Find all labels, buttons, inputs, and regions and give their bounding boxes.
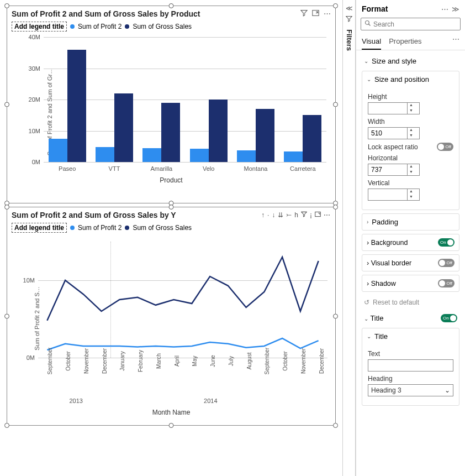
search-input[interactable] <box>373 20 457 28</box>
title-text-input[interactable] <box>368 359 453 372</box>
card-background[interactable]: › Background On <box>362 234 459 251</box>
card-header[interactable]: ⌄Title <box>362 328 459 344</box>
drill-up-icon[interactable]: ↑ <box>261 211 265 219</box>
report-canvas[interactable]: Sum of Profit 2 and Sum of Gross Sales b… <box>0 0 342 476</box>
y-tick: 10M <box>18 277 35 284</box>
resize-handle[interactable] <box>169 423 174 428</box>
x-tick: July <box>228 356 234 366</box>
drill-mode-icon[interactable]: h <box>294 211 299 219</box>
x-tick: April <box>174 355 180 367</box>
resize-handle[interactable] <box>4 423 9 428</box>
legend-label: Sum of Profit 2 <box>78 224 121 232</box>
spin-down-icon[interactable]: ▼ <box>408 195 415 200</box>
x-tick: November <box>83 348 89 374</box>
spin-up-icon[interactable]: ▲ <box>408 164 415 170</box>
section-title[interactable]: ⌄ Title On <box>358 310 463 325</box>
more-options-icon[interactable]: ⋯ <box>323 211 331 219</box>
expand-pane-icon[interactable]: ≫ <box>452 5 459 13</box>
filter-icon[interactable] <box>300 9 308 18</box>
bar-chart-visual[interactable]: Sum of Profit 2 and Sum of Gross Sales b… <box>7 6 336 203</box>
format-search[interactable] <box>361 18 461 30</box>
spin-up-icon[interactable]: ▲ <box>408 128 415 133</box>
spin-down-icon[interactable]: ▼ <box>408 108 415 114</box>
chevron-down-icon: ⌄ <box>364 58 368 64</box>
visual-border-toggle[interactable]: Off <box>438 259 455 267</box>
focus-mode-icon[interactable] <box>314 211 321 219</box>
more-options-icon[interactable]: ⋯ <box>324 9 331 18</box>
card-shadow[interactable]: › Shadow Off <box>362 275 459 292</box>
section-size-style[interactable]: ⌄Size and style <box>358 53 463 67</box>
expand-all-icon[interactable]: ⤚ <box>286 211 292 219</box>
chevron-down-icon: ⌄ <box>367 333 371 339</box>
bar[interactable] <box>49 139 67 162</box>
spin-up-icon[interactable]: ▲ <box>408 103 415 108</box>
resize-handle[interactable] <box>333 314 338 319</box>
more-options-icon[interactable]: ⋯ <box>452 35 459 50</box>
resize-handle[interactable] <box>169 3 174 8</box>
legend-swatch <box>70 24 75 29</box>
title-section-toggle[interactable]: On <box>441 314 457 322</box>
filters-pane-collapsed[interactable]: ≪ Filters <box>342 0 356 476</box>
bar[interactable] <box>114 93 133 162</box>
reset-to-default[interactable]: ↺Reset to default <box>358 295 463 310</box>
y-tick: 40M <box>22 34 40 40</box>
legend-label: Sum of Gross Sales <box>133 23 192 30</box>
bar[interactable] <box>96 147 114 162</box>
y-tick: 0M <box>18 354 35 361</box>
filter-icon[interactable] <box>300 211 308 219</box>
resize-handle[interactable] <box>333 423 338 428</box>
bar[interactable] <box>190 149 209 162</box>
resize-handle[interactable] <box>4 102 9 107</box>
lock-aspect-toggle[interactable]: Off <box>437 143 453 151</box>
resize-handle[interactable] <box>169 205 174 210</box>
resize-handle[interactable] <box>4 3 9 8</box>
resize-handle[interactable] <box>333 3 338 8</box>
legend-title-input[interactable]: Add legend title <box>12 22 67 32</box>
spin-down-icon[interactable]: ▼ <box>408 170 415 175</box>
bar[interactable] <box>142 148 161 162</box>
bar[interactable] <box>284 151 303 162</box>
tab-visual[interactable]: Visual <box>362 35 381 50</box>
drill-down-icon[interactable]: ↓ <box>271 211 276 219</box>
filter-pane-icon[interactable] <box>346 15 352 24</box>
y-tick: 20M <box>22 96 40 103</box>
spin-up-icon[interactable]: ▲ <box>408 189 415 195</box>
vertical-input[interactable]: ▲▼ <box>368 189 420 201</box>
chevron-right-icon: › <box>367 280 369 287</box>
resize-handle[interactable] <box>333 102 338 107</box>
collapse-left-icon[interactable]: ≪ <box>346 4 353 12</box>
background-toggle[interactable]: On <box>438 238 455 247</box>
heading-select[interactable]: Heading 3⌄ <box>368 384 453 396</box>
shadow-toggle[interactable]: Off <box>438 279 455 287</box>
line-series[interactable] <box>47 257 318 321</box>
pin-icon[interactable]: ¡ <box>309 211 313 219</box>
spin-down-icon[interactable]: ▼ <box>408 133 415 139</box>
height-input[interactable]: ▲▼ <box>368 102 420 114</box>
bar[interactable] <box>256 109 274 162</box>
resize-handle[interactable] <box>4 314 9 319</box>
hierarchy-icon[interactable]: ⇊ <box>277 211 284 219</box>
resize-handle[interactable] <box>333 205 338 210</box>
card-header[interactable]: ⌄Size and position <box>362 71 459 87</box>
bar[interactable] <box>161 103 180 162</box>
x-tick: May <box>192 356 198 367</box>
chevron-right-icon: › <box>367 259 369 267</box>
resize-handle[interactable] <box>4 205 9 210</box>
width-input[interactable]: ▲▼ <box>368 127 420 139</box>
x-tick: Velo <box>203 165 214 172</box>
line-chart-visual[interactable]: Sum of Profit 2 and Sum of Gross Sales b… <box>7 207 336 426</box>
x-tick: Carretera <box>290 165 315 172</box>
x-tick: October <box>65 351 71 371</box>
chevron-down-icon: ⌄ <box>367 76 371 82</box>
bar[interactable] <box>209 100 228 162</box>
tab-properties[interactable]: Properties <box>389 35 421 50</box>
card-visual-border[interactable]: › Visual border Off <box>362 254 459 271</box>
bar[interactable] <box>303 115 321 162</box>
focus-mode-icon[interactable] <box>312 9 319 18</box>
more-options-icon[interactable]: ⋯ <box>441 5 448 13</box>
bar[interactable] <box>237 150 256 162</box>
bar[interactable] <box>67 50 86 162</box>
horizontal-input[interactable]: ▲▼ <box>368 164 420 176</box>
card-padding[interactable]: ›Padding <box>362 213 459 231</box>
legend-title-input[interactable]: Add legend title <box>12 223 67 233</box>
